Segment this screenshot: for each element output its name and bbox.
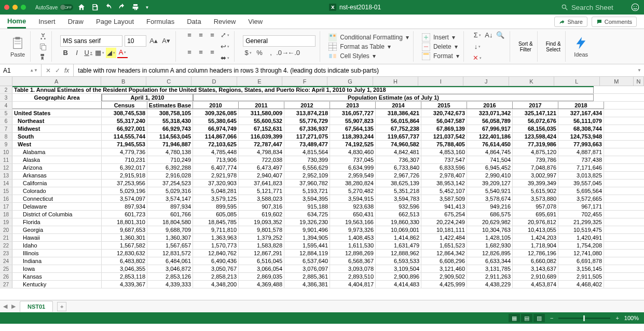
data-cell[interactable]: 3,588,023: [239, 195, 284, 202]
geo-area-header[interactable]: Geographic Area: [12, 94, 102, 101]
data-cell[interactable]: 2,909,502: [421, 273, 467, 280]
data-cell[interactable]: 899,595: [193, 203, 239, 210]
data-cell[interactable]: 7,048,876: [513, 164, 558, 171]
data-cell[interactable]: 1,583,828: [239, 242, 284, 249]
ideas-icon[interactable]: [574, 36, 588, 50]
data-cell[interactable]: 12,741,080: [558, 250, 604, 257]
data-cell[interactable]: 4,468,402: [558, 281, 604, 288]
data-cell[interactable]: 4,339,333: [147, 281, 193, 288]
data-cell[interactable]: 932,596: [376, 203, 421, 210]
row-header[interactable]: 14: [0, 180, 12, 187]
smiley-icon[interactable]: [631, 3, 640, 12]
data-cell[interactable]: 2,921,978: [193, 172, 239, 179]
normal-view-icon[interactable]: ▦: [509, 314, 520, 322]
data-cell[interactable]: 9,711,810: [193, 226, 239, 233]
data-cell[interactable]: 116,039,399: [239, 133, 284, 140]
data-cell[interactable]: 4,798,834: [239, 148, 284, 156]
col-header-C[interactable]: C: [146, 77, 191, 86]
tab-formulas[interactable]: Formulas: [146, 15, 174, 29]
align-right-icon[interactable]: ≡: [207, 47, 217, 58]
data-cell[interactable]: 7,171,646: [558, 164, 604, 171]
data-cell[interactable]: 117,271,075: [284, 133, 330, 140]
data-cell[interactable]: 313,874,218: [284, 109, 330, 117]
data-cell[interactable]: 949,216: [467, 203, 513, 210]
geo-label[interactable]: Idaho: [12, 242, 102, 249]
data-cell[interactable]: 71,945,553: [102, 141, 147, 148]
data-cell[interactable]: 37,320,903: [193, 180, 239, 187]
redo-icon[interactable]: [118, 3, 126, 11]
conditional-formatting-button[interactable]: Conditional Formatting ▾: [328, 33, 409, 42]
data-cell[interactable]: 19,860,330: [376, 218, 421, 226]
data-cell[interactable]: 311,580,009: [239, 109, 284, 117]
data-cell[interactable]: 730,399: [284, 156, 330, 163]
table-row[interactable]: 27Kentucky4,339,3674,339,3334,348,2004,3…: [0, 281, 644, 288]
table-row[interactable]: 16Connecticut3,574,0973,574,1473,579,125…: [0, 195, 644, 203]
tab-home[interactable]: Home: [7, 15, 26, 29]
row-header[interactable]: 26: [0, 273, 12, 280]
row-header[interactable]: 25: [0, 265, 12, 272]
comma-icon[interactable]: ,: [266, 48, 276, 58]
data-cell[interactable]: 71,946,887: [147, 141, 193, 148]
data-cell[interactable]: 55,318,430: [147, 117, 193, 125]
data-cell[interactable]: 309,326,085: [193, 109, 239, 117]
close-window-button[interactable]: [4, 5, 9, 10]
fill-color-button[interactable]: ◢: [106, 48, 116, 58]
data-cell[interactable]: 4,875,120: [513, 148, 558, 156]
geo-label[interactable]: Iowa: [12, 265, 102, 272]
data-cell[interactable]: 66,974,749: [193, 125, 239, 132]
data-cell[interactable]: 55,317,240: [102, 117, 147, 125]
geo-label[interactable]: Northeast: [12, 117, 102, 125]
data-cell[interactable]: 67,752,238: [376, 125, 421, 132]
data-cell[interactable]: 6,407,774: [193, 164, 239, 171]
data-cell[interactable]: 12,840,762: [193, 250, 239, 257]
data-cell[interactable]: 123,598,424: [513, 133, 558, 140]
data-cell[interactable]: 2,915,918: [102, 172, 147, 179]
data-cell[interactable]: 897,934: [147, 203, 193, 210]
bold-button[interactable]: B: [60, 48, 71, 58]
col-hdr-census[interactable]: Census: [102, 102, 147, 109]
row-header[interactable]: 24: [0, 257, 12, 265]
data-cell[interactable]: 2,990,410: [467, 172, 513, 179]
data-cell[interactable]: 3,156,145: [558, 265, 604, 272]
data-cell[interactable]: 12,864,342: [421, 250, 467, 257]
page-layout-view-icon[interactable]: ▤: [521, 314, 532, 322]
data-cell[interactable]: 1,408,453: [330, 234, 376, 241]
data-cell[interactable]: 3,131,785: [467, 265, 513, 272]
data-cell[interactable]: 6,483,802: [102, 257, 147, 265]
data-cell[interactable]: 2,911,263: [467, 273, 513, 280]
data-cell[interactable]: 6,833,596: [421, 164, 467, 171]
data-cell[interactable]: 6,633,344: [467, 257, 513, 265]
data-cell[interactable]: 55,776,729: [284, 117, 330, 125]
formula-input[interactable]: [74, 64, 635, 76]
ideas-button[interactable]: Ideas: [574, 51, 588, 58]
geo-label[interactable]: United States: [12, 109, 102, 117]
data-cell[interactable]: 3,093,078: [330, 265, 376, 272]
data-cell[interactable]: 308,745,538: [102, 109, 147, 117]
data-cell[interactable]: 710,231: [102, 156, 147, 163]
data-cell[interactable]: 55,600,532: [239, 117, 284, 125]
cell-styles-button[interactable]: Cell Styles ▾: [328, 52, 409, 60]
data-cell[interactable]: 2,885,361: [284, 273, 330, 280]
data-cell[interactable]: 18,845,785: [193, 218, 239, 226]
fill-down-icon[interactable]: ↓: [472, 42, 483, 52]
data-cell[interactable]: 1,754,208: [558, 242, 604, 249]
data-cell[interactable]: 19,093,352: [239, 218, 284, 226]
geo-label[interactable]: California: [12, 180, 102, 187]
geo-label[interactable]: Alaska: [12, 156, 102, 163]
col-hdr-y2016[interactable]: 2016: [467, 102, 513, 109]
table-row[interactable]: 7Midwest66,927,00166,929,74366,974,74967…: [0, 125, 644, 133]
increase-decimal-icon[interactable]: .0→: [277, 48, 287, 58]
home-icon[interactable]: [77, 3, 86, 11]
data-cell[interactable]: 1,651,523: [421, 242, 467, 249]
col-header-K[interactable]: K: [509, 77, 554, 86]
geo-label[interactable]: Indiana: [12, 257, 102, 265]
data-cell[interactable]: 710,249: [147, 156, 193, 163]
data-cell[interactable]: 73,489,477: [284, 141, 330, 148]
data-cell[interactable]: 4,842,481: [376, 148, 421, 156]
data-cell[interactable]: 3,076,097: [284, 265, 330, 272]
sheet-nav-prev-icon[interactable]: ◀: [3, 303, 7, 310]
col-hdr-y2014[interactable]: 2014: [376, 102, 421, 109]
data-cell[interactable]: 6,484,061: [147, 257, 193, 265]
data-cell[interactable]: 56,111,079: [558, 117, 604, 125]
data-cell[interactable]: 695,691: [513, 211, 558, 218]
